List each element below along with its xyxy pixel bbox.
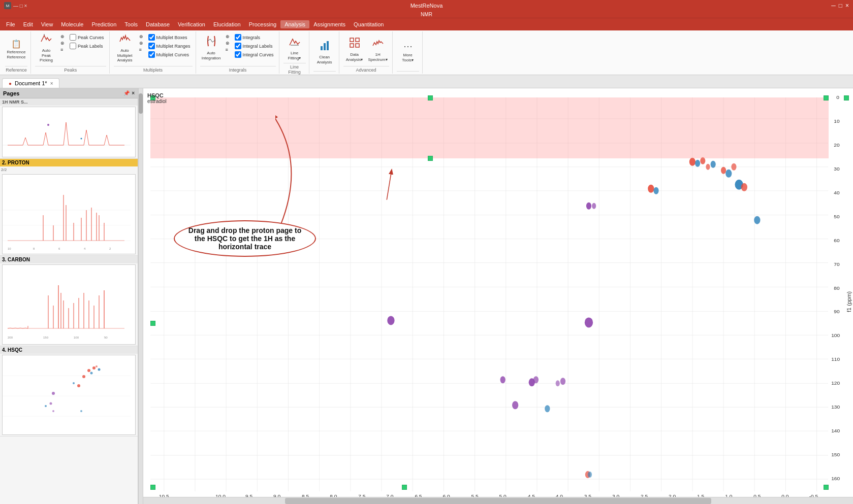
line-fitting-button[interactable]: LineFitting▾ bbox=[283, 32, 306, 63]
svg-text:60: 60 bbox=[834, 238, 840, 243]
integral-curves-checkbox[interactable]: Integral Curves bbox=[233, 51, 276, 58]
svg-point-155 bbox=[721, 167, 726, 174]
pages-pin-button[interactable]: 📌 bbox=[123, 90, 130, 96]
titlebar: M — □ × MestReNova ─ □ × bbox=[0, 0, 853, 11]
horizontal-scrollbar[interactable] bbox=[143, 497, 853, 504]
menu-assignments[interactable]: Assignments bbox=[309, 20, 350, 28]
ribbon-group-cleananalysis: CleanAnalysis bbox=[310, 31, 339, 74]
ribbon-group-multiplets: Auto MultipletAnalysis ⊕ ⊗ ≡ Multiplet B… bbox=[111, 31, 196, 74]
green-dot-br-2 bbox=[844, 95, 849, 100]
menu-verification[interactable]: Verification bbox=[174, 20, 209, 28]
menubar: File Edit View Molecule Prediction Tools… bbox=[0, 18, 853, 30]
menu-quantitation[interactable]: Quantitation bbox=[350, 20, 388, 28]
annotation-bubble: Drag and drop the proton page to the HSQ… bbox=[174, 220, 316, 257]
win-min-btn[interactable]: ─ bbox=[831, 2, 836, 9]
peak-labels-checkbox[interactable]: Peak Labels bbox=[68, 42, 106, 50]
menu-tools[interactable]: Tools bbox=[120, 20, 142, 28]
peak-curves-checkbox[interactable]: Peak Curves bbox=[68, 33, 106, 41]
page-item-1[interactable]: 1H NMR S... bbox=[0, 98, 138, 159]
svg-point-163 bbox=[592, 203, 596, 209]
svg-rect-3 bbox=[324, 43, 326, 50]
tab-document1[interactable]: ● Document 1* × bbox=[2, 78, 59, 88]
peak-checkboxes: Peak Curves Peak Labels bbox=[68, 32, 106, 50]
svg-point-154 bbox=[711, 161, 716, 168]
menu-file[interactable]: File bbox=[2, 20, 19, 28]
svg-rect-6 bbox=[356, 38, 359, 42]
svg-point-170 bbox=[556, 380, 560, 386]
multiplet-ranges-checkbox[interactable]: Multiplet Ranges bbox=[146, 42, 193, 50]
y-axis-label-text: f1 (ppm) bbox=[846, 291, 852, 312]
svg-point-151 bbox=[695, 160, 700, 167]
green-dot-br-1 bbox=[402, 485, 407, 490]
multiplet-icon-1[interactable]: ⊕ bbox=[137, 33, 145, 40]
integral-labels-checkbox[interactable]: Integral Labels bbox=[233, 42, 276, 50]
more-tools-button[interactable]: ⋯ MoreTools▾ bbox=[397, 37, 419, 67]
svg-rect-7 bbox=[350, 44, 354, 47]
svg-rect-34 bbox=[3, 265, 131, 345]
page-item-4[interactable]: 4. HSQC bbox=[0, 346, 138, 436]
integrals-checkbox[interactable]: Integrals bbox=[233, 33, 276, 41]
auto-integration-button[interactable]: AutoIntegration bbox=[200, 32, 223, 63]
menu-molecule[interactable]: Molecule bbox=[57, 20, 87, 28]
integrals-icon-2[interactable]: ⊗ bbox=[224, 40, 232, 46]
peak-icon-1[interactable]: ⊕ bbox=[58, 33, 67, 40]
menu-elucidation[interactable]: Elucidation bbox=[209, 20, 245, 28]
svg-point-158 bbox=[648, 185, 654, 193]
green-dot-tr-2 bbox=[824, 95, 829, 100]
multiplet-icon-3[interactable]: ≡ bbox=[137, 47, 145, 53]
svg-rect-5 bbox=[350, 38, 354, 42]
svg-text:70: 70 bbox=[834, 261, 840, 267]
auto-multiplet-analysis-button[interactable]: Auto MultipletAnalysis bbox=[114, 32, 136, 63]
multiplet-boxes-checkbox[interactable]: Multiplet Boxes bbox=[146, 33, 193, 41]
horizontal-scrollbar-thumb[interactable] bbox=[285, 498, 711, 504]
peak-icon-3[interactable]: ≡ bbox=[58, 47, 67, 53]
svg-point-161 bbox=[741, 183, 747, 191]
clean-analysis-button[interactable]: CleanAnalysis bbox=[313, 37, 336, 67]
pages-close-button[interactable]: × bbox=[132, 90, 135, 96]
svg-point-156 bbox=[725, 170, 732, 178]
reference-button[interactable]: 📋 ReferenceReference bbox=[5, 34, 27, 64]
chart-area: HSQC estradiol bbox=[143, 88, 853, 504]
tabbar: ● Document 1* × bbox=[0, 75, 853, 88]
page-4-label: 4. HSQC bbox=[2, 347, 22, 353]
titlebar-menu-items: — □ × bbox=[13, 3, 27, 9]
win-close-btn[interactable]: × bbox=[845, 2, 849, 9]
1h-spectrum-button[interactable]: 1HSpectrum▾ bbox=[367, 34, 389, 64]
tab-close-button[interactable]: × bbox=[50, 81, 53, 86]
multiplet-checkboxes: Multiplet Boxes Multiplet Ranges Multipl… bbox=[146, 32, 193, 58]
integrals-icon-1[interactable]: ⊕ bbox=[224, 33, 232, 40]
page-2-header: 2. PROTON bbox=[0, 159, 138, 166]
page-4-thumbnail bbox=[2, 355, 136, 435]
scrollbar-thumb[interactable] bbox=[139, 93, 143, 114]
integrals-checkboxes: Integrals Integral Labels Integral Curve… bbox=[233, 32, 276, 58]
svg-point-64 bbox=[73, 382, 75, 384]
menu-view[interactable]: View bbox=[37, 20, 57, 28]
menu-prediction[interactable]: Prediction bbox=[87, 20, 120, 28]
auto-peak-picking-button[interactable]: Auto PeakPicking bbox=[35, 32, 57, 63]
multiplets-group-label: Multiplets bbox=[114, 66, 193, 73]
menu-analysis[interactable]: Analysis bbox=[280, 20, 309, 28]
svg-point-157 bbox=[731, 163, 736, 171]
page-item-3[interactable]: 3. CARBON bbox=[0, 256, 138, 346]
svg-text:40: 40 bbox=[834, 190, 840, 195]
integrals-icon-3[interactable]: ≡ bbox=[224, 47, 232, 53]
multiplet-icon-2[interactable]: ⊗ bbox=[137, 40, 145, 46]
chart-title-text: HSQC bbox=[147, 92, 167, 98]
page-item-2[interactable]: 2. PROTON 2/2 bbox=[0, 159, 138, 256]
svg-point-70 bbox=[80, 410, 82, 412]
menu-edit[interactable]: Edit bbox=[19, 20, 37, 28]
svg-text:20: 20 bbox=[834, 142, 840, 148]
pages-header-buttons: 📌 × bbox=[123, 90, 135, 96]
tab-icon: ● bbox=[9, 81, 12, 86]
menu-processing[interactable]: Processing bbox=[245, 20, 280, 28]
data-analysis-button[interactable]: DataAnalysis▾ bbox=[343, 34, 366, 64]
annotation-text: Drag and drop the proton page to the HSQ… bbox=[188, 226, 301, 251]
svg-point-66 bbox=[50, 402, 52, 405]
app-title: MestReNova bbox=[410, 3, 443, 9]
peak-icon-2[interactable]: ⊗ bbox=[58, 40, 67, 46]
multiplet-curves-checkbox[interactable]: Multiplet Curves bbox=[146, 51, 193, 58]
menu-database[interactable]: Database bbox=[142, 20, 174, 28]
svg-point-12 bbox=[81, 138, 82, 140]
win-max-btn[interactable]: □ bbox=[839, 2, 842, 9]
pages-scrollbar[interactable] bbox=[138, 88, 143, 504]
